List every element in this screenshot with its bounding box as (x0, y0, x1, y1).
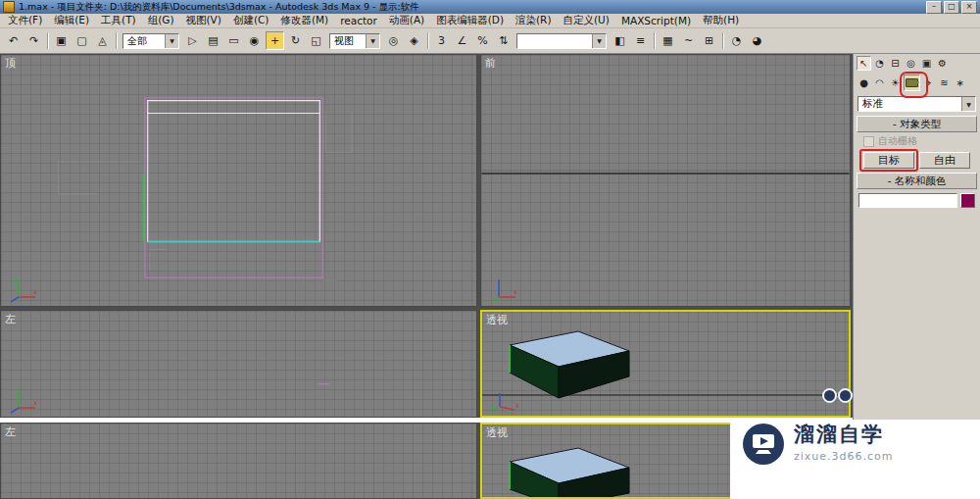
menu-views[interactable]: 视图(V) (180, 14, 227, 27)
minimize-button[interactable]: – (926, 1, 942, 14)
watermark-logo-icon (741, 422, 786, 467)
percent-snap-icon[interactable]: % (473, 31, 492, 50)
menu-edit[interactable]: 编辑(E) (48, 14, 95, 27)
redo-icon[interactable]: ↷ (24, 31, 43, 50)
chevron-down-icon[interactable]: ▼ (165, 34, 178, 48)
menu-modifiers[interactable]: 修改器(M) (274, 14, 334, 27)
select-and-rotate-icon[interactable]: ↻ (286, 31, 305, 50)
use-pivot-center-icon[interactable]: ◎ (384, 31, 403, 50)
menu-help[interactable]: 帮助(H) (697, 14, 745, 27)
object-name-input[interactable] (858, 193, 957, 208)
viewport-perspective-label[interactable]: 透视 (486, 313, 508, 327)
axis-tripod-icon: x (488, 383, 521, 413)
category-space-warps[interactable]: ≋ (937, 75, 952, 90)
tab-hierarchy[interactable]: ⊟ (888, 56, 903, 71)
category-shapes[interactable]: ◠ (872, 75, 887, 90)
menu-animation[interactable]: 动画(A) (383, 14, 430, 27)
select-and-manipulate-icon[interactable]: ◈ (405, 31, 423, 50)
select-by-name-icon[interactable]: ▤ (204, 31, 222, 50)
camera-type-dropdown[interactable]: 标准 ▼ (858, 96, 976, 112)
menu-create[interactable]: 创建(C) (227, 14, 275, 27)
schematic-view-icon[interactable]: ⊞ (700, 31, 718, 50)
rollout-object-type[interactable]: - 对象类型 (857, 116, 977, 132)
viewport-left-label[interactable]: 左 (5, 424, 16, 439)
select-object-icon[interactable]: ▷ (183, 31, 202, 50)
select-and-scale-icon[interactable]: ◱ (307, 31, 325, 50)
render-setup-icon[interactable]: ◔ (727, 31, 746, 50)
front-viewport-canvas[interactable] (481, 55, 850, 306)
spinner-snap-icon[interactable]: ⇅ (494, 31, 513, 50)
layer-manager-icon[interactable]: ▦ (659, 31, 677, 50)
toolbar-separator (654, 32, 655, 49)
rectangular-selection-region-icon[interactable]: ▭ (224, 31, 243, 50)
tab-create[interactable]: ↖ (857, 56, 871, 71)
3dsmax-window: 1.max - 项目文件夹: D:\我的资料库\Documents\3dsmax… (0, 0, 980, 499)
chevron-down-icon[interactable]: ▼ (592, 34, 606, 48)
menu-customize[interactable]: 自定义(U) (558, 14, 615, 27)
free-camera-label: 自由 (934, 153, 956, 168)
category-geometry[interactable]: ● (857, 75, 871, 90)
maximize-button[interactable]: □ (944, 1, 959, 14)
menu-maxscript[interactable]: MAXScript(M) (615, 15, 697, 26)
tab-motion[interactable]: ◎ (904, 56, 918, 71)
object-color-swatch[interactable] (960, 193, 975, 208)
toolbar-separator (427, 32, 428, 49)
autogrid-checkbox[interactable] (863, 136, 874, 147)
rollout-name-and-color[interactable]: - 名称和颜色 (857, 173, 977, 189)
snap-toggle-icon[interactable]: 3 (432, 31, 451, 50)
watermark-dot (822, 388, 837, 403)
menu-rendering[interactable]: 渲染(R) (510, 14, 558, 27)
chevron-down-icon[interactable]: ▼ (961, 97, 975, 111)
top-viewport-canvas[interactable] (1, 55, 476, 306)
left-viewport-canvas[interactable] (1, 311, 476, 417)
viewport-top-label[interactable]: 顶 (5, 56, 16, 71)
select-and-move-icon[interactable]: + (266, 31, 284, 50)
category-lights[interactable]: ☀ (888, 75, 903, 90)
tab-modify[interactable]: ◔ (872, 56, 887, 71)
close-button[interactable]: × (961, 1, 977, 14)
viewport-perspective[interactable]: 透视 x (480, 310, 851, 418)
mirror-icon[interactable]: ◧ (611, 31, 629, 50)
menu-graph-editors[interactable]: 图表编辑器(D) (430, 14, 510, 27)
free-camera-button[interactable]: 自由 (919, 152, 970, 169)
target-camera-label: 目标 (878, 153, 900, 168)
bind-to-space-warp-icon[interactable]: ◬ (93, 31, 112, 50)
target-camera-button[interactable]: 目标 (863, 152, 914, 169)
perspective-viewport-canvas[interactable] (482, 312, 849, 416)
window-crossing-icon[interactable]: ◉ (245, 31, 264, 50)
viewport-front-label[interactable]: 前 (485, 56, 496, 71)
unlink-selection-icon[interactable]: ▢ (73, 31, 91, 50)
viewport-left-2[interactable]: 左 (0, 423, 477, 499)
tab-display[interactable]: ▣ (919, 56, 934, 71)
selection-filter-dropdown[interactable]: 全部 ▼ (122, 33, 179, 49)
align-icon[interactable]: ≡ (631, 31, 650, 50)
curve-editor-icon[interactable]: ~ (679, 31, 698, 50)
angle-snap-icon[interactable]: ∠ (453, 31, 471, 50)
title-bar: 1.max - 项目文件夹: D:\我的资料库\Documents\3dsmax… (0, 0, 980, 14)
svg-text:y: y (13, 275, 17, 283)
tab-utilities[interactable]: ⚙ (935, 56, 950, 71)
menu-reactor[interactable]: reactor (334, 15, 383, 26)
viewport-perspective-label[interactable]: 透视 (486, 425, 508, 440)
viewport-front[interactable]: 前 x (480, 54, 851, 307)
menu-tools[interactable]: 工具(T) (95, 14, 142, 27)
watermark-brand: 溜溜自学 (794, 422, 894, 447)
category-cameras[interactable] (904, 75, 920, 91)
named-selection-sets-dropdown[interactable]: ▼ (516, 33, 607, 49)
viewport-left-label[interactable]: 左 (5, 312, 16, 326)
watermark: 溜溜自学 zixue.3d66.com (741, 422, 894, 467)
category-systems[interactable]: ∗ (953, 75, 967, 90)
undo-icon[interactable]: ↶ (4, 31, 23, 50)
app-icon (3, 1, 15, 13)
svg-text:x: x (33, 399, 37, 407)
category-helpers[interactable]: ⌖ (921, 75, 936, 90)
viewport-top[interactable]: 顶 x y (0, 54, 477, 307)
reference-coordinate-dropdown[interactable]: 视图 ▼ (329, 33, 380, 49)
camera-buttons: 目标 自由 (858, 152, 976, 169)
menu-group[interactable]: 组(G) (142, 14, 180, 27)
select-and-link-icon[interactable]: ▣ (52, 31, 71, 50)
quick-render-icon[interactable]: ◕ (748, 31, 766, 50)
viewport-left[interactable]: 左 x (0, 310, 477, 418)
menu-file[interactable]: 文件(F) (2, 14, 48, 27)
chevron-down-icon[interactable]: ▼ (366, 34, 379, 48)
